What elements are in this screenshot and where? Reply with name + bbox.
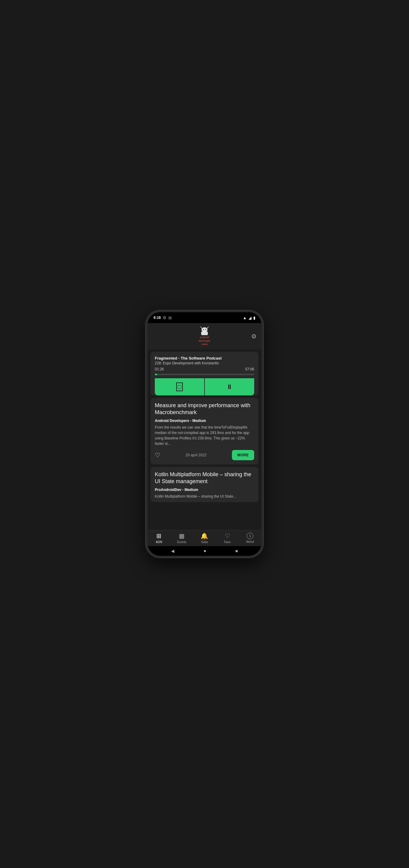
nav-item-favs[interactable]: ♡ Favs xyxy=(216,532,239,544)
battery-icon: ▮ xyxy=(253,315,255,320)
signal-icon: ◢ xyxy=(248,315,251,320)
content-area: Fragmented - The Software Podcast 228: E… xyxy=(147,349,262,530)
nav-item-adn[interactable]: ⊞ ADN xyxy=(147,532,170,544)
article-1-snippet: From the results we can see that the tim… xyxy=(155,425,254,446)
stop-button[interactable]: □ xyxy=(155,378,204,396)
system-nav-bar: ◀ ● ■ xyxy=(147,546,262,556)
wifi-icon: ▲ xyxy=(243,315,247,320)
recents-button[interactable]: ■ xyxy=(235,549,238,553)
subs-label: Subs xyxy=(201,540,208,544)
status-bar: 6:16 ⚙ ▤ ▲ ◢ ▮ xyxy=(147,312,262,323)
article-1-footer: ♡ 20 april 2022 MORE xyxy=(155,450,254,460)
home-button[interactable]: ● xyxy=(203,548,206,554)
sim-icon: ▤ xyxy=(168,315,172,320)
article-1-source: Android Developers - Medium xyxy=(155,418,254,423)
back-button[interactable]: ◀ xyxy=(171,549,174,553)
favs-label: Favs xyxy=(224,540,231,544)
svg-point-2 xyxy=(202,327,207,332)
stop-icon: □ xyxy=(176,382,183,391)
podcast-controls: □ ⏸ xyxy=(155,378,254,396)
svg-line-0 xyxy=(201,327,202,329)
article-2-snippet: Kotlin Multiplatform Mobile – sharing th… xyxy=(155,494,254,499)
adn-icon: ⊞ xyxy=(156,532,162,539)
phone-screen: android developer news ⚙ Fragmented - Th… xyxy=(147,323,262,546)
podcast-episode: 228: Expo Development with Konstantin xyxy=(155,361,254,365)
about-icon: i xyxy=(247,532,253,539)
nav-item-subs[interactable]: 🔔 Subs xyxy=(193,532,216,544)
svg-line-1 xyxy=(207,327,208,329)
about-label: About xyxy=(246,540,254,544)
article-card-1: Measure and improve performance with Mac… xyxy=(150,398,259,464)
podcast-current-time: 01:26 xyxy=(155,367,164,371)
volume-button[interactable] xyxy=(262,373,263,388)
podcast-player-card: Fragmented - The Software Podcast 228: E… xyxy=(150,352,259,396)
article-1-date: 20 april 2022 xyxy=(185,453,206,457)
article-2-source: ProAndroidDev - Medium xyxy=(155,488,254,492)
svg-rect-5 xyxy=(201,332,208,335)
podcast-title: Fragmented - The Software Podcast xyxy=(155,356,254,361)
events-label: Events xyxy=(177,540,186,544)
article-card-2: Kotlin Multiplatform Mobile – sharing th… xyxy=(150,467,259,502)
events-icon: ▦ xyxy=(179,532,184,539)
article-1-title: Measure and improve performance with Mac… xyxy=(155,402,254,416)
settings-button[interactable]: ⚙ xyxy=(251,333,257,340)
podcast-progress-bar[interactable] xyxy=(155,374,254,375)
podcast-time-row: 01:26 57:06 xyxy=(155,367,254,371)
android-logo-icon xyxy=(199,326,210,336)
subs-icon: 🔔 xyxy=(201,532,208,539)
favorite-button[interactable]: ♡ xyxy=(155,452,160,459)
adn-label: ADN xyxy=(156,540,162,544)
nav-item-about[interactable]: i About xyxy=(239,532,262,544)
pause-icon: ⏸ xyxy=(226,383,233,391)
pause-button[interactable]: ⏸ xyxy=(205,378,254,396)
app-title-text: android developer news xyxy=(199,336,210,346)
podcast-total-time: 57:06 xyxy=(245,367,254,371)
svg-point-3 xyxy=(203,329,204,330)
status-time: 6:16 xyxy=(154,315,161,320)
podcast-progress-fill xyxy=(155,374,157,375)
favs-icon: ♡ xyxy=(225,532,230,539)
svg-point-4 xyxy=(205,329,206,330)
bottom-navigation: ⊞ ADN ▦ Events 🔔 Subs ♡ Favs i About xyxy=(147,530,262,546)
article-2-title: Kotlin Multiplatform Mobile – sharing th… xyxy=(155,471,254,485)
app-header: android developer news ⚙ xyxy=(147,323,262,349)
nav-item-events[interactable]: ▦ Events xyxy=(170,532,193,544)
app-logo: android developer news xyxy=(199,326,210,346)
phone-device: 6:16 ⚙ ▤ ▲ ◢ ▮ xyxy=(146,310,263,558)
settings-status-icon: ⚙ xyxy=(163,315,167,320)
more-button[interactable]: MORE xyxy=(232,450,254,460)
